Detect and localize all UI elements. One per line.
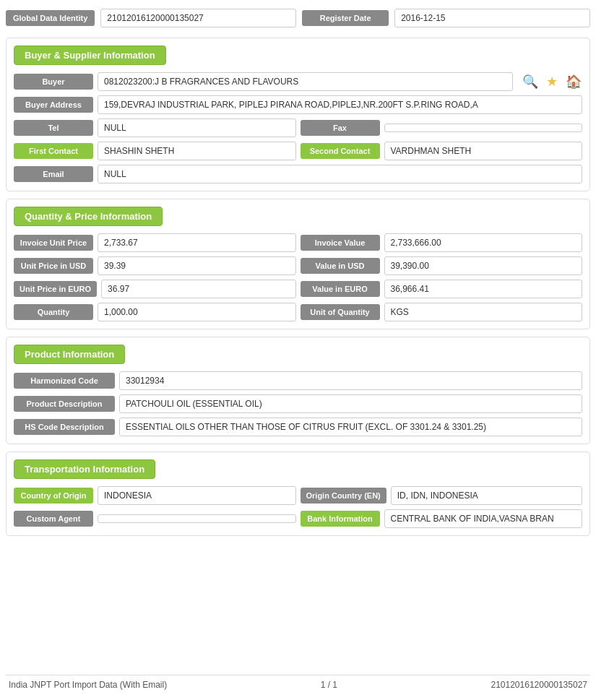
country-of-origin-label: Country of Origin: [14, 488, 93, 504]
harmonized-code-label: Harmonized Code: [14, 373, 115, 389]
contacts-row: First Contact SHASHIN SHETH Second Conta…: [14, 142, 582, 160]
euro-row: Unit Price in EURO 36.97 Value in EURO 3…: [14, 280, 582, 298]
hs-code-description-row: HS Code Description ESSENTIAL OILS OTHER…: [14, 418, 582, 436]
unit-price-usd-label: Unit Price in USD: [14, 258, 93, 274]
footer: India JNPT Port Import Data (With Email)…: [6, 675, 590, 694]
hs-code-description-value: ESSENTIAL OILS OTHER THAN THOSE OF CITRU…: [119, 418, 582, 436]
value-euro-col: Value in EURO 36,966.41: [301, 280, 583, 298]
bank-information-col: Bank Information CENTRAL BANK OF INDIA,V…: [301, 509, 583, 528]
product-info-section: Product Information Harmonized Code 3301…: [6, 337, 590, 444]
email-label: Email: [14, 166, 93, 182]
value-usd-col: Value in USD 39,390.00: [301, 256, 583, 275]
second-contact-label: Second Contact: [301, 143, 380, 159]
buyer-supplier-header: Buyer & Supplier Information: [14, 46, 166, 65]
first-contact-label: First Contact: [14, 143, 93, 159]
global-data-identity-label: Global Data Identity: [6, 10, 95, 26]
first-contact-col: First Contact SHASHIN SHETH: [14, 142, 296, 160]
tel-col: Tel NULL: [14, 118, 296, 137]
fax-label: Fax: [301, 120, 380, 136]
invoice-value-value: 2,733,666.00: [384, 233, 583, 252]
unit-price-usd-value: 39.39: [98, 256, 296, 275]
buyer-label: Buyer: [14, 74, 93, 90]
harmonized-code-value: 33012934: [119, 371, 582, 390]
buyer-address-row: Buyer Address 159,DEVRAJ INDUSTRIAL PARK…: [14, 95, 582, 114]
unit-price-euro-label: Unit Price in EURO: [14, 281, 97, 297]
custom-agent-label: Custom Agent: [14, 511, 93, 527]
quantity-row: Quantity 1,000.00 Unit of Quantity KGS: [14, 303, 582, 321]
home-icon[interactable]: 🏠: [565, 73, 582, 90]
footer-center: 1 / 1: [321, 680, 337, 690]
transport-info-section: Transportation Information Country of Or…: [6, 451, 590, 536]
buyer-supplier-section: Buyer & Supplier Information Buyer 08120…: [6, 38, 590, 191]
product-description-row: Product Description PATCHOULI OIL (ESSEN…: [14, 394, 582, 413]
first-contact-value: SHASHIN SHETH: [98, 142, 296, 160]
country-of-origin-col: Country of Origin INDONESIA: [14, 486, 296, 505]
page-wrapper: Global Data Identity 2101201612000013502…: [0, 0, 596, 700]
fax-col: Fax: [301, 120, 583, 136]
quantity-price-header: Quantity & Price Information: [14, 207, 163, 226]
second-contact-col: Second Contact VARDHMAN SHETH: [301, 142, 583, 160]
footer-left: India JNPT Port Import Data (With Email): [9, 680, 167, 690]
footer-right: 21012016120000135027: [491, 680, 587, 690]
origin-country-en-label: Origin Country (EN): [301, 488, 386, 504]
value-euro-value: 36,966.41: [384, 280, 583, 298]
global-data-identity-value: 21012016120000135027: [100, 9, 296, 27]
product-description-value: PATCHOULI OIL (ESSENTIAL OIL): [119, 394, 582, 413]
email-row: Email NULL: [14, 165, 582, 183]
buyer-icons: 🔍 ★ 🏠: [522, 73, 582, 90]
buyer-address-value: 159,DEVRAJ INDUSTRIAL PARK, PIPLEJ PIRAN…: [98, 95, 582, 114]
value-usd-label: Value in USD: [301, 258, 380, 274]
global-data-row: Global Data Identity 2101201612000013502…: [6, 6, 590, 30]
value-euro-label: Value in EURO: [301, 281, 380, 297]
invoice-value-label: Invoice Value: [301, 235, 380, 251]
second-contact-value: VARDHMAN SHETH: [384, 142, 583, 160]
product-info-header: Product Information: [14, 345, 125, 364]
tel-value: NULL: [98, 118, 296, 137]
usd-row: Unit Price in USD 39.39 Value in USD 39,…: [14, 256, 582, 275]
register-date-label: Register Date: [302, 10, 389, 26]
custom-agent-col: Custom Agent: [14, 511, 296, 527]
unit-of-quantity-col: Unit of Quantity KGS: [301, 303, 583, 321]
bank-information-label: Bank Information: [301, 511, 380, 527]
unit-price-euro-col: Unit Price in EURO 36.97: [14, 280, 296, 298]
register-date-value: 2016-12-15: [394, 9, 590, 27]
transport-info-header: Transportation Information: [14, 459, 155, 479]
invoice-unit-price-col: Invoice Unit Price 2,733.67: [14, 233, 296, 252]
unit-price-euro-value: 36.97: [101, 280, 295, 298]
hs-code-description-label: HS Code Description: [14, 419, 115, 435]
star-icon[interactable]: ★: [543, 73, 561, 90]
search-icon[interactable]: 🔍: [522, 73, 539, 90]
quantity-col: Quantity 1,000.00: [14, 303, 296, 321]
origin-country-en-value: ID, IDN, INDONESIA: [391, 486, 582, 505]
custom-agent-value: [98, 514, 296, 523]
unit-of-quantity-value: KGS: [384, 303, 583, 321]
invoice-unit-price-label: Invoice Unit Price: [14, 235, 93, 251]
bank-information-value: CENTRAL BANK OF INDIA,VASNA BRAN: [384, 509, 583, 528]
value-usd-value: 39,390.00: [384, 256, 583, 275]
fax-value: [384, 124, 583, 132]
invoice-unit-price-value: 2,733.67: [98, 233, 296, 252]
tel-fax-row: Tel NULL Fax: [14, 118, 582, 137]
quantity-price-section: Quantity & Price Information Invoice Uni…: [6, 199, 590, 329]
quantity-value: 1,000.00: [98, 303, 296, 321]
tel-label: Tel: [14, 120, 93, 136]
country-of-origin-value: INDONESIA: [98, 486, 296, 505]
email-value: NULL: [98, 165, 582, 183]
buyer-row: Buyer 0812023200:J B FRAGRANCES AND FLAV…: [14, 72, 582, 91]
unit-of-quantity-label: Unit of Quantity: [301, 304, 380, 320]
quantity-label: Quantity: [14, 304, 93, 320]
invoice-row: Invoice Unit Price 2,733.67 Invoice Valu…: [14, 233, 582, 252]
origin-row: Country of Origin INDONESIA Origin Count…: [14, 486, 582, 505]
buyer-address-label: Buyer Address: [14, 97, 93, 113]
product-description-label: Product Description: [14, 396, 115, 412]
buyer-value: 0812023200:J B FRAGRANCES AND FLAVOURS: [98, 72, 513, 91]
unit-price-usd-col: Unit Price in USD 39.39: [14, 256, 296, 275]
bank-row: Custom Agent Bank Information CENTRAL BA…: [14, 509, 582, 528]
origin-country-en-col: Origin Country (EN) ID, IDN, INDONESIA: [301, 486, 583, 505]
harmonized-code-row: Harmonized Code 33012934: [14, 371, 582, 390]
invoice-value-col: Invoice Value 2,733,666.00: [301, 233, 583, 252]
